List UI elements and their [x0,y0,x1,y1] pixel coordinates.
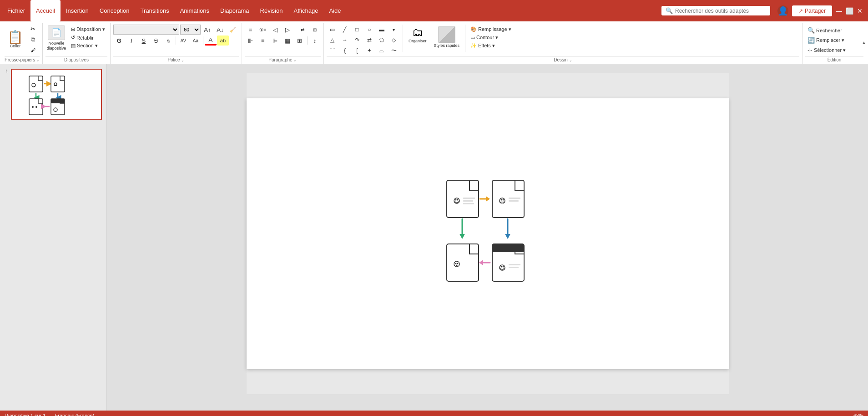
increase-font-button[interactable]: A↑ [202,25,213,35]
smartart-diagram[interactable] [442,176,570,317]
collapse-ribbon-button[interactable]: ▲ [862,40,866,45]
svg-rect-35 [509,267,519,268]
more-shapes-button[interactable]: ▾ [388,25,400,35]
copier-button[interactable]: ⧉ [27,35,39,45]
coller-button[interactable]: 📋 Coller [5,30,26,50]
organiser-button[interactable]: 🗂 Organiser [406,25,429,45]
nouvelle-diapositive-button[interactable]: 📄 Nouvellediapositive [45,25,67,52]
curve-button[interactable]: ⌒ [327,46,338,56]
rect2-button[interactable]: □ [351,25,363,35]
numbered-list-button[interactable]: ①≡ [257,25,269,35]
strikethrough-button[interactable]: S [150,36,162,46]
text-color-button[interactable]: A [205,36,217,46]
triangle-button[interactable]: △ [327,35,338,45]
arrow-button[interactable]: → [339,35,351,45]
disposition-button[interactable]: ⊞ Disposition ▾ [69,25,107,33]
menu-revision[interactable]: Révision [255,0,288,21]
selectionner-icon: ⊹ [807,47,812,54]
bullet-list-button[interactable]: ≡ [245,25,257,35]
highlight-button[interactable]: ab [217,36,229,46]
minimize-icon[interactable]: — [836,7,842,15]
search-input[interactable] [675,8,766,14]
align-left-button[interactable]: ⊪ [245,36,257,46]
styles-rapides-button[interactable]: Styles rapides [431,25,462,50]
rechercher-button[interactable]: 🔍 Rechercher [805,26,863,35]
menu-aide[interactable]: Aide [323,0,346,21]
double-arrow-button[interactable]: ⇄ [363,35,375,45]
font-size-select[interactable]: 60 [180,25,201,35]
case-button[interactable]: Aa [190,36,202,46]
bracket-button[interactable]: [ [351,46,363,56]
svg-rect-0 [29,76,43,92]
svg-rect-19 [501,202,503,204]
selectionner-button[interactable]: ⊹ Sélectionner ▾ [805,46,863,55]
increase-indent-button[interactable]: ▷ [282,25,293,35]
canvas-area[interactable] [107,64,868,411]
columns-button[interactable]: ⊞ [309,25,321,35]
menu-bar: Fichier Accueil Insertion Conception Tra… [0,0,868,21]
menu-conception[interactable]: Conception [94,0,135,21]
line-spacing-button[interactable]: ↕ [309,36,321,46]
share-button[interactable]: ↗ Partager [792,5,832,16]
retablir-button[interactable]: ↺ Rétablir [69,34,107,41]
remplissage-icon: 🎨 [470,26,477,32]
shadow-button[interactable]: s [162,36,174,46]
arc-button[interactable]: ⌓ [376,46,388,56]
contour-button[interactable]: ▭ Contour ▾ [468,34,514,41]
share-icon: ↗ [798,8,803,14]
line-button[interactable]: ╱ [339,25,351,35]
direction-button[interactable]: ⇄ [297,25,308,35]
justify-button[interactable]: ▦ [282,36,293,46]
font-name-select[interactable] [113,25,179,35]
italic-button[interactable]: I [126,36,137,46]
menu-affichage[interactable]: Affichage [288,0,323,21]
ellipse-button[interactable]: ○ [363,25,375,35]
brace-button[interactable]: { [339,46,351,56]
decrease-indent-button[interactable]: ◁ [269,25,281,35]
couper-button[interactable]: ✂ [27,24,39,34]
coller-icon: 📋 [7,31,23,44]
clear-format-button[interactable]: 🧹 [227,25,239,35]
paragraphe-expand[interactable]: ⌄ [293,58,297,62]
center-button[interactable]: ≡ [257,36,269,46]
svg-rect-22 [509,198,520,199]
presse-papiers-expand[interactable]: ⌄ [36,58,40,62]
spacing-button[interactable]: AV [177,36,189,46]
align-right-button[interactable]: ⊫ [269,36,281,46]
menu-fichier[interactable]: Fichier [2,0,30,21]
dessin-expand[interactable]: ⌄ [569,58,572,62]
menu-insertion[interactable]: Insertion [61,0,94,21]
reproduire-button[interactable]: 🖌 [27,45,39,55]
star-button[interactable]: ✦ [363,46,375,56]
police-expand[interactable]: ⌄ [181,58,184,62]
slide-thumb-svg [13,71,100,117]
slide-thumbnail[interactable] [11,69,102,120]
effets-button[interactable]: ✨ Effets ▾ [468,42,514,50]
slide-panel: 1 [0,64,107,411]
slide-canvas[interactable] [247,98,729,369]
svg-point-32 [500,266,502,268]
remplacer-button[interactable]: 🔄 Remplacer ▾ [805,36,863,45]
bold-button[interactable]: G [113,36,125,46]
bent-arrow-button[interactable]: ↷ [351,35,363,45]
menu-accueil[interactable]: Accueil [30,0,61,21]
wavy-button[interactable]: 〜 [388,46,400,56]
menu-transitions[interactable]: Transitions [135,0,175,21]
contour-icon: ▭ [470,35,475,41]
underline-button[interactable]: S [138,36,150,46]
maximize-icon[interactable]: ⬜ [846,7,853,15]
rect-button[interactable]: ▭ [327,25,338,35]
shape6-button[interactable]: ◇ [388,35,400,45]
smart-justify-button[interactable]: ⊞ [294,36,306,46]
svg-rect-8 [51,99,65,103]
close-icon[interactable]: ✕ [857,7,863,15]
decrease-font-button[interactable]: A↓ [214,25,226,35]
menu-animations[interactable]: Animations [175,0,215,21]
rect3-button[interactable]: ▬ [376,25,388,35]
remplissage-button[interactable]: 🎨 Remplissage ▾ [468,25,514,33]
menu-diaporama[interactable]: Diaporama [215,0,255,21]
search-bar[interactable]: 🔍 [661,6,770,15]
section-button[interactable]: ▤ Section ▾ [69,42,107,50]
rechercher-icon: 🔍 [807,27,815,34]
pentagon-button[interactable]: ⬠ [376,35,388,45]
